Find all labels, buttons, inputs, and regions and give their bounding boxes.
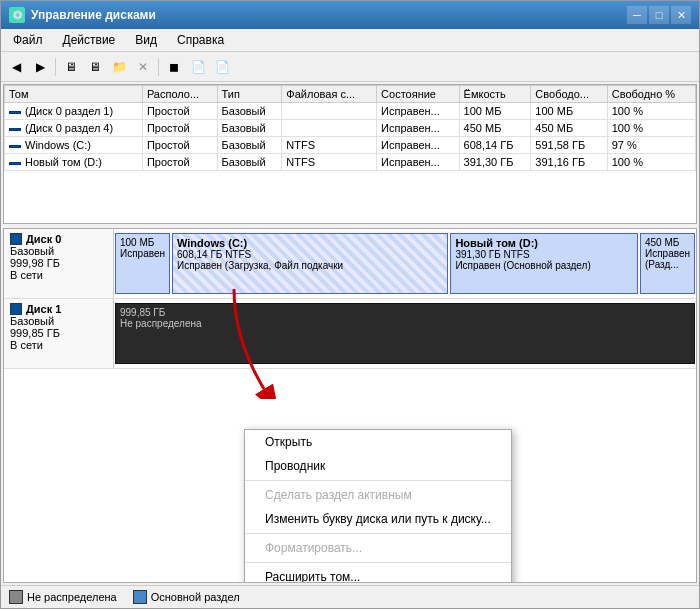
table-cell: 100 % [607,154,695,171]
window-icon: 💿 [9,7,25,23]
table-cell: Базовый [217,137,282,154]
table-cell: 391,30 ГБ [459,154,531,171]
title-bar-left: 💿 Управление дисками [9,7,156,23]
col-tip[interactable]: Тип [217,86,282,103]
legend-primary: Основной раздел [133,590,240,604]
menu-bar: Файл Действие Вид Справка [1,29,699,52]
disk-row-0: Диск 0 Базовый 999,98 ГБ В сети 100 МБ И… [4,229,696,299]
toolbar-btn-delete[interactable]: ✕ [132,56,154,78]
disk0-part3[interactable]: Новый том (D:) 391,30 ГБ NTFS Исправен (… [450,233,638,294]
menu-help[interactable]: Справка [169,31,232,49]
legend-unallocated: Не распределена [9,590,117,604]
context-menu-item[interactable]: Открыть [245,430,511,454]
table-cell: Базовый [217,103,282,120]
disk1-name: Диск 1 [10,303,107,315]
title-bar: 💿 Управление дисками ─ □ ✕ [1,1,699,29]
table-cell [282,120,377,137]
table-row[interactable]: (Диск 0 раздел 1)ПростойБазовыйИсправен.… [5,103,696,120]
table-cell: Новый том (D:) [5,154,143,171]
col-fajlovaya[interactable]: Файловая с... [282,86,377,103]
toolbar-btn6[interactable]: 📄 [211,56,233,78]
disk1-color [10,303,22,315]
minimize-button[interactable]: ─ [627,6,647,24]
disk0-part4[interactable]: 450 МБ Исправен (Разд... [640,233,695,294]
col-raspolozhenie[interactable]: Располо... [142,86,217,103]
table-cell: Windows (C:) [5,137,143,154]
context-menu-item[interactable]: Изменить букву диска или путь к диску... [245,507,511,531]
table-cell: NTFS [282,137,377,154]
toolbar-btn1[interactable]: 🖥 [60,56,82,78]
table-cell: 100 МБ [531,103,607,120]
table-cell: 450 МБ [531,120,607,137]
table-cell: Базовый [217,154,282,171]
table-cell: 450 МБ [459,120,531,137]
disk-table-area: Том Располо... Тип Файловая с... Состоян… [3,84,697,224]
close-button[interactable]: ✕ [671,6,691,24]
table-cell [282,103,377,120]
table-row[interactable]: (Диск 0 раздел 4)ПростойБазовыйИсправен.… [5,120,696,137]
maximize-button[interactable]: □ [649,6,669,24]
table-cell: NTFS [282,154,377,171]
table-cell: Исправен... [377,103,459,120]
legend-primary-box [133,590,147,604]
col-sostoyanie[interactable]: Состояние [377,86,459,103]
back-button[interactable]: ◀ [5,56,27,78]
table-cell: Простой [142,120,217,137]
table-cell: 100 МБ [459,103,531,120]
table-cell: Исправен... [377,154,459,171]
table-row[interactable]: Новый том (D:)ПростойБазовыйNTFSИсправен… [5,154,696,171]
table-cell: 100 % [607,120,695,137]
col-svobodno[interactable]: Свободо... [531,86,607,103]
toolbar-btn2[interactable]: 🖥 [84,56,106,78]
forward-button[interactable]: ▶ [29,56,51,78]
table-cell: Простой [142,137,217,154]
table-cell: 591,58 ГБ [531,137,607,154]
col-emkost[interactable]: Ёмкость [459,86,531,103]
table-cell: Исправен... [377,120,459,137]
table-row[interactable]: Windows (C:)ПростойБазовыйNTFSИсправен..… [5,137,696,154]
toolbar: ◀ ▶ 🖥 🖥 📁 ✕ ◼ 📄 📄 [1,52,699,82]
disk1-info: Диск 1 Базовый 999,85 ГБ В сети [4,299,114,368]
table-cell: (Диск 0 раздел 1) [5,103,143,120]
menu-view[interactable]: Вид [127,31,165,49]
table-cell: 608,14 ГБ [459,137,531,154]
context-menu-item[interactable]: Проводник [245,454,511,478]
window-title: Управление дисками [31,8,156,22]
table-cell: 97 % [607,137,695,154]
toolbar-btn5[interactable]: 📄 [187,56,209,78]
disk1-part1[interactable]: 999,85 ГБ Не распределена [115,303,695,364]
context-menu-item: Сделать раздел активным [245,483,511,507]
disk1-partitions: 999,85 ГБ Не распределена [114,299,696,368]
table-cell: Исправен... [377,137,459,154]
disk0-partitions: 100 МБ Исправен Windows (C:) 608,14 ГБ N… [114,229,696,298]
menu-action[interactable]: Действие [55,31,124,49]
col-tom[interactable]: Том [5,86,143,103]
table-header: Том Располо... Тип Файловая с... Состоян… [5,86,696,103]
context-menu: ОткрытьПроводникСделать раздел активнымИ… [244,429,512,583]
table-cell: 391,16 ГБ [531,154,607,171]
legend-unallocated-box [9,590,23,604]
disk0-name: Диск 0 [10,233,107,245]
context-menu-separator [245,562,511,563]
toolbar-btn3[interactable]: 📁 [108,56,130,78]
legend: Не распределена Основной раздел [1,585,699,608]
context-menu-item: Форматировать... [245,536,511,560]
toolbar-btn4[interactable]: ◼ [163,56,185,78]
disk0-part2[interactable]: Windows (C:) 608,14 ГБ NTFS Исправен (За… [172,233,448,294]
menu-file[interactable]: Файл [5,31,51,49]
col-svobodno-percent[interactable]: Свободно % [607,86,695,103]
disk0-part1[interactable]: 100 МБ Исправен [115,233,170,294]
table-body: (Диск 0 раздел 1)ПростойБазовыйИсправен.… [5,103,696,171]
table-cell: 100 % [607,103,695,120]
disk-visual-area: Диск 0 Базовый 999,98 ГБ В сети 100 МБ И… [3,228,697,583]
context-menu-separator [245,480,511,481]
table-cell: Простой [142,103,217,120]
context-menu-item[interactable]: Расширить том... [245,565,511,583]
toolbar-sep1 [55,58,56,76]
toolbar-sep2 [158,58,159,76]
main-window: 💿 Управление дисками ─ □ ✕ Файл Действие… [0,0,700,609]
table-cell: Базовый [217,120,282,137]
disk-table: Том Располо... Тип Файловая с... Состоян… [4,85,696,171]
table-cell: (Диск 0 раздел 4) [5,120,143,137]
disk0-color [10,233,22,245]
